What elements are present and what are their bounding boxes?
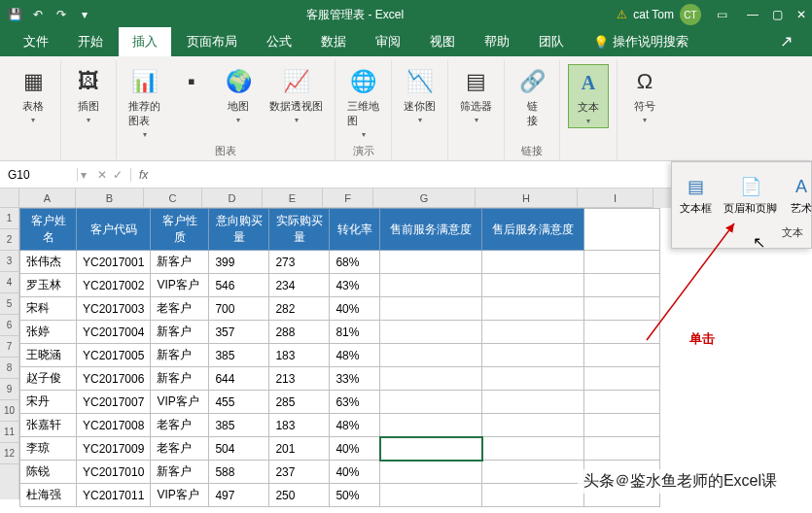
cell[interactable]: 赵子俊	[20, 367, 77, 391]
cell[interactable]	[584, 344, 660, 367]
tab-开始[interactable]: 开始	[64, 27, 117, 56]
col-head-D[interactable]: D	[202, 188, 263, 208]
row-head-5[interactable]: 5	[0, 293, 18, 315]
ribbon-sparklines[interactable]: 📉迷你图▾	[400, 64, 440, 126]
qat-dd-icon[interactable]: ▾	[76, 6, 93, 23]
col-head-I[interactable]: I	[578, 188, 653, 208]
cell[interactable]: 新客户	[151, 344, 209, 367]
row-head-11[interactable]: 11	[0, 422, 18, 443]
text-dropdown-页眉和页脚[interactable]: 📄页眉和页脚	[720, 170, 781, 220]
cell[interactable]: 老客户	[151, 414, 209, 437]
tab-视图[interactable]: 视图	[416, 27, 469, 56]
row-head-12[interactable]: 12	[0, 443, 18, 464]
cell[interactable]: VIP客户	[151, 274, 209, 297]
cell[interactable]	[482, 274, 584, 297]
tab-公式[interactable]: 公式	[253, 27, 305, 56]
col-head-B[interactable]: B	[76, 188, 144, 208]
cell[interactable]: 201	[269, 437, 330, 461]
maximize-icon[interactable]: ▢	[772, 8, 783, 21]
cell[interactable]: 新客户	[151, 251, 209, 274]
tab-团队[interactable]: 团队	[525, 27, 578, 56]
cell[interactable]: 48%	[330, 344, 380, 367]
cell[interactable]	[482, 321, 584, 344]
cell[interactable]	[482, 391, 584, 414]
cell[interactable]: 40%	[330, 297, 380, 321]
cell[interactable]: VIP客户	[151, 391, 209, 414]
cell[interactable]	[584, 391, 660, 414]
cell[interactable]: YC2017003	[77, 297, 151, 321]
cell[interactable]: 50%	[330, 484, 380, 507]
row-head-4[interactable]: 4	[0, 272, 18, 293]
ribbon-illustrations[interactable]: 🖼插图▾	[69, 64, 108, 126]
save-icon[interactable]: 💾	[6, 6, 23, 23]
cell[interactable]: YC2017006	[77, 367, 151, 391]
tab-插入[interactable]: 插入	[119, 27, 171, 56]
cell[interactable]: 81%	[330, 321, 380, 344]
row-head-2[interactable]: 2	[0, 229, 18, 251]
cell[interactable]: 40%	[330, 437, 380, 461]
cell[interactable]: YC2017001	[77, 251, 151, 274]
cell[interactable]: 罗玉林	[20, 274, 77, 297]
cell[interactable]	[380, 414, 482, 437]
cell[interactable]: 234	[269, 274, 330, 297]
cell[interactable]	[380, 391, 482, 414]
cell[interactable]: 王晓涵	[20, 344, 77, 367]
ribbon-symbols[interactable]: Ω符号▾	[625, 64, 664, 126]
ribbon-charts[interactable]: ▪	[172, 64, 211, 99]
cell[interactable]	[380, 367, 482, 391]
header-cell[interactable]: 转化率	[330, 209, 380, 251]
ribbon-text[interactable]: A文本▾	[568, 64, 609, 128]
cell[interactable]: YC2017007	[77, 391, 151, 414]
cell[interactable]	[584, 251, 660, 274]
header-cell[interactable]: 意向购买量	[209, 209, 269, 251]
ribbon-pivotchart[interactable]: 📈数据透视图▾	[265, 64, 327, 126]
row-head-7[interactable]: 7	[0, 336, 18, 358]
cell[interactable]: 385	[209, 344, 269, 367]
cell[interactable]: 288	[269, 321, 330, 344]
cell[interactable]	[584, 367, 660, 391]
cell[interactable]: 237	[269, 461, 330, 484]
tab-页面布局[interactable]: 页面布局	[173, 27, 251, 56]
cell[interactable]	[380, 461, 482, 484]
fx-cancel-icon[interactable]: ✕	[97, 168, 107, 182]
header-cell[interactable]: 客户代码	[77, 209, 151, 251]
ribbon-maps[interactable]: 🌍地图▾	[219, 64, 258, 126]
cell[interactable]: 644	[209, 367, 269, 391]
cell[interactable]: 285	[269, 391, 330, 414]
cell[interactable]: 43%	[330, 274, 380, 297]
cell[interactable]: 老客户	[151, 437, 209, 461]
row-head-9[interactable]: 9	[0, 379, 18, 400]
cell[interactable]: 357	[209, 321, 269, 344]
cell[interactable]: 33%	[330, 367, 380, 391]
cell[interactable]	[482, 251, 584, 274]
cell[interactable]	[584, 437, 660, 461]
cell[interactable]: YC2017004	[77, 321, 151, 344]
cell[interactable]	[584, 321, 660, 344]
cell[interactable]: 588	[209, 461, 269, 484]
cell[interactable]	[482, 461, 584, 484]
row-head-6[interactable]: 6	[0, 315, 18, 336]
cell[interactable]: 546	[209, 274, 269, 297]
text-dropdown-艺术[interactable]: A艺术	[785, 170, 812, 220]
cell[interactable]: 504	[209, 437, 269, 461]
cell[interactable]: 282	[269, 297, 330, 321]
row-head-8[interactable]: 8	[0, 358, 18, 379]
row-head-10[interactable]: 10	[0, 400, 18, 422]
cell[interactable]: 老客户	[151, 297, 209, 321]
tab-文件[interactable]: 文件	[10, 27, 62, 56]
fx-icon[interactable]: fx	[131, 168, 156, 182]
cell[interactable]: 新客户	[151, 367, 209, 391]
redo-icon[interactable]: ↷	[53, 6, 70, 23]
cell[interactable]	[584, 274, 660, 297]
cell[interactable]: 张嘉轩	[20, 414, 77, 437]
header-cell[interactable]: 实际购买量	[269, 209, 330, 251]
cell[interactable]	[482, 297, 584, 321]
cell[interactable]: 700	[209, 297, 269, 321]
row-head-3[interactable]: 3	[0, 251, 18, 272]
avatar[interactable]: CT	[680, 4, 701, 25]
cell[interactable]: 宋丹	[20, 391, 77, 414]
cell[interactable]	[380, 321, 482, 344]
col-head-E[interactable]: E	[263, 188, 323, 208]
cell[interactable]	[482, 367, 584, 391]
row-head-1[interactable]: 1	[0, 208, 18, 229]
